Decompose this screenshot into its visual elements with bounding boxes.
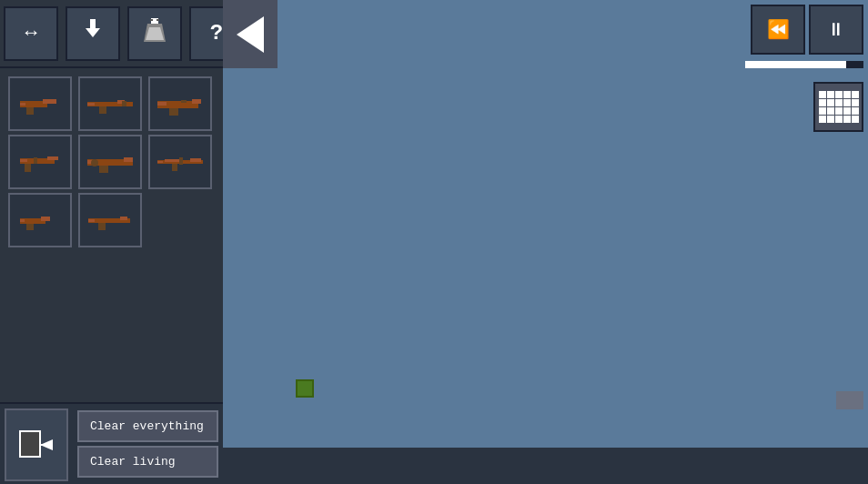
grid-view-button[interactable] <box>813 82 863 132</box>
arrow-left-icon <box>237 16 264 53</box>
svg-rect-34 <box>157 161 163 163</box>
svg-rect-45 <box>20 431 40 457</box>
sidebar-toggle-button[interactable] <box>223 0 278 68</box>
svg-rect-23 <box>25 164 31 172</box>
add-icon <box>142 16 167 50</box>
toolbar: ↔ ? <box>0 0 223 68</box>
weapon-icon-rifle <box>86 90 136 117</box>
svg-rect-44 <box>88 219 95 222</box>
top-right-controls: ⏪ ⏸ <box>745 5 863 68</box>
weapon-cell-8[interactable] <box>78 193 142 247</box>
weapon-cell-6[interactable] <box>148 135 212 189</box>
weapon-cell-4[interactable] <box>8 135 72 189</box>
svg-rect-27 <box>124 157 133 162</box>
svg-rect-17 <box>192 99 201 104</box>
context-menu: Clear everything Clear living <box>73 404 223 484</box>
bottom-bar <box>223 448 868 484</box>
weapon-cell-2[interactable] <box>78 76 142 131</box>
svg-rect-19 <box>157 102 167 106</box>
sidebar: ↔ ? <box>0 0 223 484</box>
svg-marker-1 <box>86 28 100 37</box>
flask-icon-svg <box>142 16 167 44</box>
weapon-cell-7[interactable] <box>8 193 72 247</box>
svg-rect-40 <box>20 219 25 222</box>
svg-rect-35 <box>179 157 183 165</box>
svg-rect-15 <box>122 101 126 106</box>
svg-point-30 <box>91 159 98 166</box>
svg-rect-32 <box>190 158 201 162</box>
green-square-entity[interactable] <box>296 379 314 398</box>
add-tool-button[interactable] <box>127 6 182 61</box>
svg-rect-0 <box>90 19 96 28</box>
help-icon: ? <box>210 21 223 45</box>
svg-rect-22 <box>47 156 58 160</box>
weapon-icon-pistol2 <box>15 207 66 234</box>
svg-rect-25 <box>34 157 37 164</box>
weapon-cell-3[interactable] <box>148 76 212 131</box>
clear-living-button[interactable]: Clear living <box>77 446 218 478</box>
svg-rect-18 <box>169 108 178 116</box>
svg-rect-6 <box>156 19 159 21</box>
svg-rect-39 <box>26 224 34 230</box>
progress-bar-fill <box>745 61 846 68</box>
rewind-icon: ⏪ <box>767 18 790 41</box>
svg-rect-20 <box>181 100 187 103</box>
move-tool-button[interactable] <box>66 6 120 61</box>
weapon-icon-sniper <box>156 148 206 176</box>
svg-rect-10 <box>20 103 25 106</box>
progress-bar-container[interactable] <box>745 61 863 68</box>
gray-element <box>836 391 863 409</box>
weapon-cell-5[interactable] <box>78 135 142 189</box>
pause-icon: ⏸ <box>827 19 845 41</box>
rewind-button[interactable]: ⏪ <box>751 5 805 55</box>
weapon-icon-pistol <box>15 90 66 117</box>
game-area[interactable]: ⏪ ⏸ <box>223 0 868 448</box>
svg-rect-28 <box>99 166 108 173</box>
weapon-icon-rifle2 <box>86 207 136 234</box>
svg-rect-24 <box>20 159 27 162</box>
pause-button[interactable]: ⏸ <box>809 5 863 55</box>
swap-icon: ↔ <box>25 22 36 45</box>
sidebar-bottom: Clear everything Clear living <box>0 402 223 484</box>
playback-controls: ⏪ ⏸ <box>751 5 863 55</box>
move-icon <box>80 17 106 49</box>
svg-rect-33 <box>172 164 177 171</box>
grid-icon <box>819 91 859 123</box>
weapon-grid <box>5 73 218 251</box>
weapon-icon-shotgun <box>156 90 206 117</box>
svg-rect-14 <box>87 103 95 106</box>
exit-button[interactable] <box>5 408 68 481</box>
svg-rect-36 <box>165 159 179 162</box>
weapon-cell-1[interactable] <box>8 76 72 131</box>
arrow-icon-svg <box>80 17 106 43</box>
svg-rect-43 <box>98 223 106 230</box>
swap-tool-button[interactable]: ↔ <box>4 6 58 61</box>
svg-rect-9 <box>26 107 34 115</box>
svg-rect-8 <box>43 99 56 104</box>
svg-rect-42 <box>120 217 127 220</box>
exit-icon <box>18 427 55 463</box>
weapon-icon-lmg <box>86 148 136 176</box>
svg-rect-13 <box>99 106 106 114</box>
clear-everything-button[interactable]: Clear everything <box>77 410 218 442</box>
weapon-icon-smg <box>15 148 66 176</box>
svg-rect-5 <box>150 19 153 21</box>
svg-rect-38 <box>41 217 50 221</box>
